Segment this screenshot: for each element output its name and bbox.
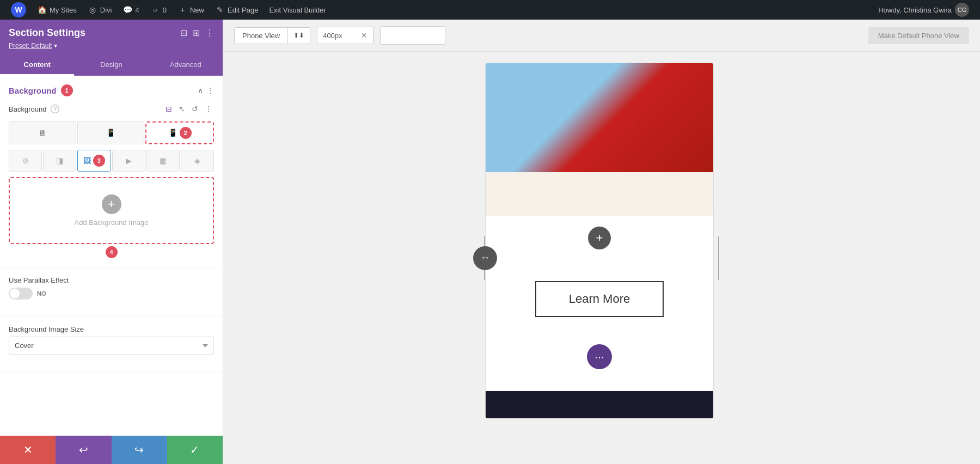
background-section-header: Background 1 ∧ ⋮ <box>9 84 214 96</box>
make-default-button[interactable]: Make Default Phone View <box>868 27 969 44</box>
builder-top-bar: Phone View ⬆⬇ ✕ Make Default Phone View <box>223 20 980 52</box>
bg-image-tab[interactable]: 🖼 3 <box>77 150 111 172</box>
px-input-wrapper: ✕ <box>317 27 373 44</box>
tablet-tab[interactable]: 📱 <box>77 121 145 144</box>
my-sites-button[interactable]: 🏠 My Sites <box>33 0 81 20</box>
wp-logo-button[interactable]: W <box>7 0 30 20</box>
sidebar-content: Background 1 ∧ ⋮ Background ? ⊟ ↖ ↺ <box>0 76 223 436</box>
bg-color-tab[interactable]: ◨ <box>43 150 76 172</box>
bg-mask-tab[interactable]: ◈ <box>181 150 214 172</box>
right-resize-handle[interactable] <box>718 236 719 280</box>
background-title: Background <box>9 86 57 95</box>
sidebar-header: Section Settings ⊡ ⊞ ⋮ Preset: Default ▾ <box>0 20 223 55</box>
reset-icon[interactable]: ↺ <box>190 103 200 115</box>
parallax-toggle[interactable] <box>9 288 33 300</box>
bg-video-tab[interactable]: ▶ <box>112 150 145 172</box>
sidebar-tabs: Content Design Advanced <box>0 55 223 76</box>
builder-canvas: ↔ + Learn More ··· <box>223 52 980 464</box>
bg-title-row: Background 1 <box>9 84 73 96</box>
add-module-button[interactable]: + <box>588 227 611 249</box>
canvas-with-handle: ↔ + Learn More ··· <box>485 63 714 453</box>
bg-pattern-tab[interactable]: ▦ <box>146 150 180 172</box>
add-background-image-button[interactable]: + Add Background Image <box>9 177 214 244</box>
color-icon: ◨ <box>56 156 63 165</box>
px-input[interactable] <box>317 28 356 44</box>
bg-size-label: Background Image Size <box>9 325 214 333</box>
divi-icon: ◎ <box>88 5 97 15</box>
bg-size-field: Background Image Size Cover Contain Auto <box>9 325 214 355</box>
cancel-button[interactable]: ✕ <box>0 436 56 464</box>
parallax-section: Use Parallax Effect NO <box>0 267 223 316</box>
resize-arrow-handle[interactable]: ↔ <box>473 246 497 270</box>
cream-section <box>486 172 713 216</box>
sidebar-title: Section Settings <box>9 27 85 39</box>
phone-tab[interactable]: 📱 2 <box>145 121 214 144</box>
parallax-field: Use Parallax Effect NO <box>9 276 214 300</box>
edit-page-button[interactable]: ✎ Edit Page <box>211 0 262 20</box>
tablet-icon: 📱 <box>106 129 115 137</box>
sidebar-title-row: Section Settings ⊡ ⊞ ⋮ <box>9 27 214 39</box>
edit-icon: ✎ <box>215 5 225 15</box>
color-picker-swatch[interactable] <box>380 26 445 45</box>
builder-canvas-area: Phone View ⬆⬇ ✕ Make Default Phone View … <box>223 20 980 464</box>
section-settings-panel: Section Settings ⊡ ⊞ ⋮ Preset: Default ▾… <box>0 20 223 464</box>
bg-size-select[interactable]: Cover Contain Auto <box>9 337 214 355</box>
redo-button[interactable]: ↪ <box>112 436 167 464</box>
save-button[interactable]: ✓ <box>167 436 223 464</box>
bg-type-tabs: ⊘ ◨ 🖼 3 ▶ ▦ ◈ <box>9 150 214 172</box>
dark-footer-section <box>486 391 713 418</box>
speech-icon: 💬 <box>123 5 133 15</box>
bg-controls: ⊟ ↖ ↺ ⋮ <box>164 103 214 115</box>
collapse-icon[interactable]: ∧ <box>198 86 203 95</box>
px-close-icon[interactable]: ✕ <box>356 27 373 44</box>
bubble-icon: ○ <box>150 5 160 15</box>
image-gradient <box>486 63 713 172</box>
view-arrow[interactable]: ⬆⬇ <box>287 28 310 43</box>
badge-1: 1 <box>61 84 73 96</box>
video-icon: ▶ <box>126 156 132 165</box>
cursor-icon[interactable]: ↖ <box>177 103 187 115</box>
desktop-tab[interactable]: 🖥 <box>9 121 76 144</box>
upload-plus-icon: + <box>102 194 121 214</box>
view-selector: Phone View ⬆⬇ <box>234 27 310 44</box>
wp-icon: W <box>11 2 26 17</box>
popup-icon[interactable]: ⊡ <box>180 28 187 38</box>
right-resize-area <box>718 63 719 453</box>
view-label: Phone View <box>235 28 287 44</box>
new-button[interactable]: + New <box>173 0 209 20</box>
exit-builder-button[interactable]: Exit Visual Builder <box>265 0 330 20</box>
divi-button[interactable]: ◎ Divi <box>83 0 117 20</box>
tab-design[interactable]: Design <box>74 55 148 76</box>
learn-more-button[interactable]: Learn More <box>535 281 664 317</box>
more-options-button[interactable]: ··· <box>587 344 612 369</box>
tab-content[interactable]: Content <box>0 55 74 76</box>
upload-text: Add Background Image <box>75 218 149 227</box>
no-bg-icon: ⊘ <box>22 156 29 165</box>
mask-icon: ◈ <box>194 156 200 165</box>
parallax-label: Use Parallax Effect <box>9 276 214 284</box>
section-more-icon[interactable]: ⋮ <box>206 86 214 95</box>
badge-2: 2 <box>180 127 192 139</box>
device-tabs: 🖥 📱 📱 2 <box>9 121 214 144</box>
more-icon[interactable]: ⋮ <box>205 28 214 38</box>
undo-button[interactable]: ↩ <box>56 436 111 464</box>
bubble-button[interactable]: ○ 0 <box>146 0 171 20</box>
background-field-label: Background <box>9 105 46 113</box>
badge-3: 3 <box>93 155 105 167</box>
phone-frame: + Learn More ··· <box>485 63 714 419</box>
tab-advanced[interactable]: Advanced <box>149 55 223 76</box>
preset-row[interactable]: Preset: Default ▾ <box>9 42 214 55</box>
comment-button[interactable]: 💬 4 <box>119 0 144 20</box>
options-icon[interactable]: ⋮ <box>203 103 214 115</box>
parallax-value: NO <box>37 290 46 297</box>
parallax-toggle-row: NO <box>9 288 214 300</box>
admin-bar-right: Howdy, Christina Gwira CG <box>874 3 973 17</box>
phone-icon: 📱 <box>168 129 177 137</box>
bg-none-tab[interactable]: ⊘ <box>9 150 42 172</box>
help-icon[interactable]: ? <box>51 105 59 113</box>
desktop-sync-icon[interactable]: ⊟ <box>164 103 174 115</box>
avatar: CG <box>955 3 969 17</box>
admin-bar: W 🏠 My Sites ◎ Divi 💬 4 ○ 0 + New ✎ Edit… <box>0 0 980 20</box>
layout-icon[interactable]: ⊞ <box>193 28 200 38</box>
white-section: + Learn More ··· <box>486 216 713 391</box>
